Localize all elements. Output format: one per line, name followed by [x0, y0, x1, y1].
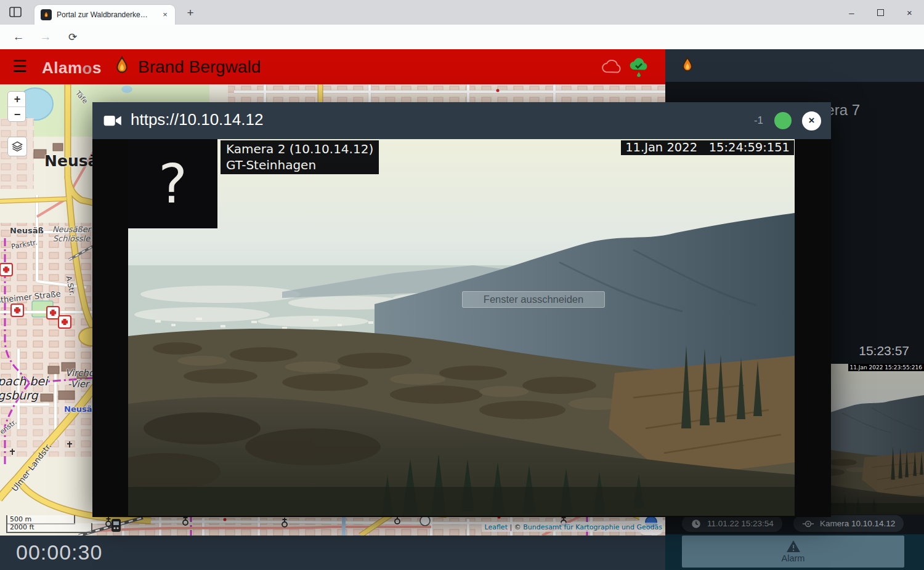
status-bar: 00:00:30	[0, 536, 665, 570]
cloud-sync-ok-icon[interactable]	[627, 55, 650, 80]
forward-button[interactable]: →	[34, 26, 57, 48]
scale-imperial: 2000 ft	[6, 523, 92, 533]
app-header: ☰ Alamos Brand Bergwald	[0, 49, 665, 84]
map-attribution: Leaflet | © Bundesamt für Kartographie u…	[482, 523, 666, 532]
stream-counter: -1	[754, 114, 763, 127]
meta-time: 11.01.22 15:23:54	[707, 519, 774, 528]
flame-logo-icon	[112, 56, 132, 76]
leaflet-link[interactable]: Leaflet	[485, 523, 508, 531]
question-mark-glyph: ?	[158, 152, 187, 215]
tab-close-icon[interactable]: ×	[160, 10, 170, 20]
meta-camera: Kamera 10.10.14.12	[820, 519, 895, 528]
camera-overlay-line2: GT-Steinhagen	[226, 157, 373, 173]
maximize-button[interactable]	[866, 0, 895, 25]
alarm-section: Alarm	[665, 534, 924, 570]
modal-close-button[interactable]: ×	[802, 111, 821, 130]
modal-title: https://10.10.14.12	[131, 110, 263, 129]
camera-overlay-label: Kamera 2 (10.10.14.12) GT-Steinhagen	[221, 140, 379, 174]
back-button[interactable]: ←	[7, 26, 30, 48]
tab-title: Portal zur Waldbranderkennung	[57, 10, 150, 19]
crop-window-button[interactable]: Fenster ausschneiden	[462, 291, 605, 308]
browser-toolbar: ← → ⟳ https://waldbrand.app/home?token=a…	[0, 25, 924, 49]
window-close-button[interactable]: ×	[895, 0, 924, 25]
warning-icon	[786, 540, 801, 553]
reload-button[interactable]: ⟳	[62, 26, 84, 48]
meta-time-pill: 11.01.22 15:23:54	[682, 515, 782, 532]
attribution-link[interactable]: Bundesamt für Kartographie und Geodäs	[523, 523, 662, 531]
map-station-icon	[111, 519, 121, 532]
camera-stream-modal: https://10.10.14.12 -1 × ? Kamera 2 (10.…	[92, 102, 831, 517]
cloud-offline-icon[interactable]	[599, 57, 624, 76]
videocam-icon	[103, 113, 122, 128]
clock-icon	[691, 518, 702, 529]
tab-favicon-flame-icon	[41, 9, 52, 20]
minimize-button[interactable]: –	[837, 0, 866, 25]
camera-overlay-line1: Kamera 2 (10.10.14.12)	[226, 141, 373, 157]
page-title: Brand Bergwald	[138, 57, 261, 77]
sidebar-header	[665, 49, 924, 82]
camera-stream[interactable]: ? Kamera 2 (10.10.14.12) GT-Steinhagen 1…	[128, 139, 795, 516]
map-layers-button[interactable]	[7, 137, 27, 156]
map-zoom-control: + −	[7, 91, 26, 122]
tab-overview-icon[interactable]	[7, 6, 23, 18]
logo-o-glyph: o	[83, 59, 92, 78]
browser-window: Portal zur Waldbranderkennung × + – × ← …	[0, 0, 924, 570]
layers-icon	[11, 140, 23, 153]
sidebar-flame-icon	[679, 56, 696, 74]
camera-meta-row: 11.01.22 15:23:54 Kamera 10.10.14.12	[665, 515, 924, 534]
browser-titlebar: Portal zur Waldbranderkennung × + – ×	[0, 0, 924, 25]
status-dot[interactable]	[774, 112, 792, 129]
alamos-logo: Alamos	[42, 58, 102, 78]
alarm-button[interactable]: Alarm	[682, 536, 904, 568]
stream-timestamp: 11.Jan 2022 15:24:59:151	[621, 140, 794, 155]
alarm-button-label: Alarm	[782, 553, 805, 563]
window-controls: – ×	[837, 0, 924, 25]
browser-tab[interactable]: Portal zur Waldbranderkennung ×	[34, 5, 175, 25]
zoom-in-button[interactable]: +	[8, 92, 26, 106]
map-scale-control: 500 m 2000 ft	[6, 515, 92, 533]
stream-placeholder: ?	[128, 139, 217, 228]
zoom-out-button[interactable]: −	[8, 106, 26, 121]
countdown-timer: 00:00:30	[16, 540, 102, 564]
ptz-camera-icon	[802, 519, 814, 529]
modal-header: https://10.10.14.12 -1 ×	[92, 102, 831, 139]
new-tab-button[interactable]: +	[184, 6, 197, 20]
maximize-icon	[877, 9, 884, 16]
preview-time: 15:23:57	[859, 343, 909, 358]
thumbnail-timestamp: 11.Jan 2022 15:23:55:216	[848, 364, 924, 371]
meta-camera-pill: Kamera 10.10.14.12	[793, 515, 904, 532]
menu-icon[interactable]: ☰	[12, 57, 27, 76]
